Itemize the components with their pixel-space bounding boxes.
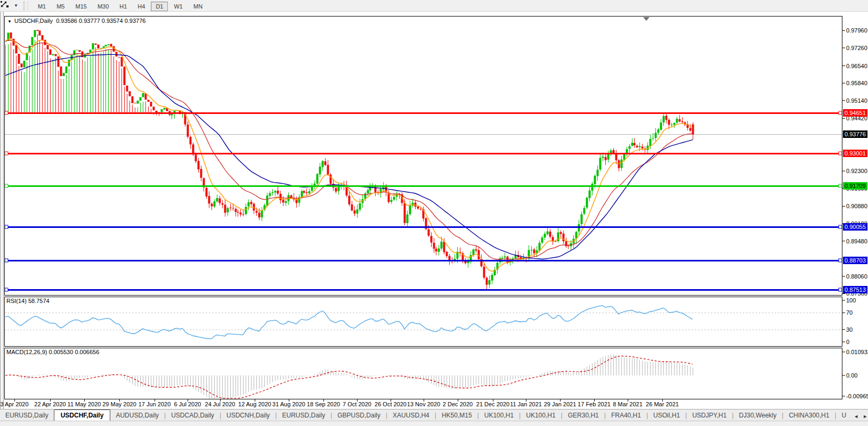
candle-body [60, 67, 62, 76]
chart-tab-usoil-h1[interactable]: USOil,H1 [648, 410, 685, 421]
date-axis-label: 26 Mar 2021 [646, 401, 679, 407]
candle-body [39, 30, 41, 35]
candle-body [605, 157, 607, 160]
candle-body [224, 204, 226, 212]
candle-body [393, 197, 395, 200]
chart-tab-eurusd-daily[interactable]: EURUSD,Daily [0, 410, 54, 421]
price-line-badge: 0.87513 [843, 286, 867, 293]
candle-body [105, 45, 107, 46]
candle-body [613, 150, 615, 153]
candle-body [549, 232, 551, 237]
rsi-indicator-label: RSI(14) 58.7574 [6, 298, 50, 304]
candle-body [110, 44, 112, 46]
line-handle[interactable] [839, 259, 842, 262]
horizontal-line-0.88703[interactable] [4, 260, 842, 261]
candle-body [658, 129, 660, 133]
rsi-axis-label: 100 [846, 297, 856, 304]
chart-tab-gbpusd-daily[interactable]: GBPUSD,Daily [332, 410, 386, 421]
line-handle[interactable] [5, 152, 8, 155]
line-handle[interactable] [839, 111, 842, 114]
candle-body [52, 54, 54, 55]
macd-axis-label: -0.009653 [846, 393, 868, 399]
candle-body [668, 120, 670, 125]
price-axis-label: 0.95840 [846, 80, 867, 86]
line-handle[interactable] [5, 184, 8, 187]
candle-body [602, 157, 604, 158]
line-handle[interactable] [5, 259, 8, 262]
line-handle[interactable] [839, 225, 842, 228]
tab-scroll-right-icon[interactable]: ► [861, 414, 868, 419]
horizontal-line-0.94651[interactable] [4, 112, 842, 114]
candle-body [599, 158, 602, 169]
candle-body [354, 210, 356, 214]
candle-body [682, 121, 684, 122]
candle-body [235, 209, 237, 212]
price-axis-label: 0.89480 [846, 238, 867, 244]
chart-tab-ger30-h1[interactable]: GER30,H1 [563, 410, 604, 421]
candle-body [116, 52, 118, 56]
chart-tab-hk50-m15[interactable]: HK50,M15 [436, 410, 477, 421]
chart-tab-dj30-weekly[interactable]: DJ30,Weekly [734, 410, 782, 421]
chart-shift-marker-icon[interactable] [643, 17, 650, 21]
chart-tab-usdjpy-h1[interactable]: USDJPY,H1 [687, 410, 732, 421]
horizontal-line-0.91709[interactable] [4, 185, 842, 187]
candle-body [216, 198, 218, 201]
candle-body [348, 196, 351, 204]
candle-body [486, 278, 488, 285]
candle-body [375, 186, 377, 192]
candle-body [501, 258, 504, 258]
chart-tab-uk100-h1[interactable]: UK100,H1 [521, 410, 561, 421]
date-axis-label: 21 Dec 2020 [476, 401, 509, 407]
chart-tab-usdcnh-daily[interactable]: USDCNH,Daily [221, 410, 275, 421]
horizontal-line-0.87513[interactable] [4, 289, 842, 291]
chart-canvas[interactable] [0, 0, 868, 426]
candle-body [338, 187, 340, 191]
candle-body [330, 175, 332, 184]
macd-axis-label: 0.010933 [846, 349, 868, 355]
price-axis-label: 0.88060 [846, 273, 867, 280]
candle-body [227, 208, 229, 212]
application-window: ▼ M1M5M15M30H1H4D1W1MN ▼USDCHF,Daily 0.9… [0, 0, 868, 426]
tab-scroll-left-icon[interactable]: ◄ [851, 414, 861, 419]
date-axis-label: 29 May 2020 [102, 401, 136, 407]
candle-body [250, 202, 253, 204]
price-axis-label: 0.97260 [846, 45, 867, 51]
line-handle[interactable] [5, 288, 8, 291]
candle-body [92, 43, 94, 50]
line-handle[interactable] [839, 152, 842, 155]
chart-menu-icon[interactable]: ▼ [7, 19, 12, 24]
chart-tab-eurusd-daily[interactable]: EURUSD,Daily [277, 410, 330, 421]
date-axis-label: 24 Jul 2020 [205, 401, 236, 407]
candle-body [618, 160, 620, 168]
candle-body [156, 111, 158, 113]
chart-tab-audusd-daily[interactable]: AUDUSD,Daily [110, 410, 164, 421]
chart-tab-china300-h1[interactable]: CHINA300,H1 [783, 410, 834, 421]
date-axis-label: 13 Nov 2020 [407, 401, 440, 407]
chart-tab-fra40-h1[interactable]: FRA40,H1 [606, 410, 646, 421]
chart-tab-uk100-h1[interactable]: UK100,H1 [479, 410, 519, 421]
candle-body [671, 125, 673, 125]
date-axis-label: 17 Feb 2021 [578, 401, 611, 407]
chart-tab-usdcad-daily[interactable]: USDCAD,Daily [166, 410, 220, 421]
line-handle[interactable] [839, 288, 842, 291]
candle-body [449, 256, 451, 261]
chart-tab-u[interactable]: U [837, 410, 852, 421]
candle-body [140, 97, 142, 101]
candle-body [489, 280, 491, 284]
candle-body [666, 116, 668, 120]
rsi-axis-label: 0 [846, 339, 849, 345]
candle-body [589, 191, 591, 198]
date-axis-label: 7 Oct 2020 [343, 401, 371, 407]
horizontal-line-0.90055[interactable] [4, 226, 842, 228]
line-handle[interactable] [5, 225, 8, 228]
chart-tab-usdchf-daily[interactable]: USDCHF,Daily [54, 409, 111, 421]
line-handle[interactable] [839, 184, 842, 187]
rsi-line[interactable] [5, 306, 693, 339]
horizontal-line-0.93001[interactable] [4, 153, 842, 154]
macd-signal-line[interactable] [5, 356, 693, 398]
candle-body [655, 133, 657, 138]
candle-body [623, 154, 626, 160]
candle-body [187, 125, 189, 137]
line-handle[interactable] [5, 111, 8, 114]
chart-tab-xauusd-h4[interactable]: XAUUSD,H4 [387, 410, 435, 421]
